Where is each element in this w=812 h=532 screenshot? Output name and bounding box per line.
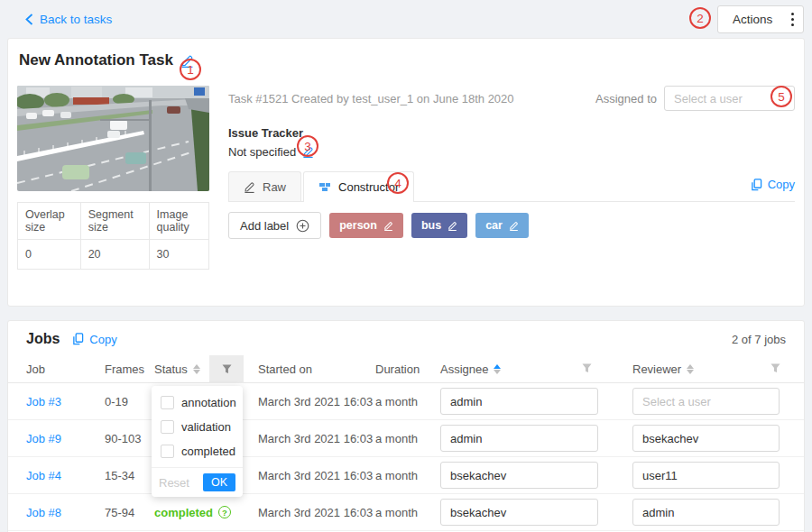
labels-copy-link[interactable]: Copy xyxy=(751,178,795,191)
checkbox-icon[interactable] xyxy=(161,420,174,434)
actions-button-label: Actions xyxy=(733,13,772,26)
copy-icon xyxy=(751,179,762,191)
status-sorter-icon[interactable] xyxy=(193,364,200,374)
label-tag-car[interactable]: car xyxy=(475,213,529,238)
col-duration: Duration xyxy=(375,362,420,376)
col-started: Started on xyxy=(258,362,312,376)
kebab-menu-icon xyxy=(791,13,794,26)
job-reviewer-input[interactable] xyxy=(632,425,780,452)
chevron-left-icon xyxy=(25,14,33,25)
assignee-sorter-icon[interactable] xyxy=(494,364,501,374)
jobs-table-header: Job Frames Status Started on Duration As… xyxy=(8,355,804,383)
job-reviewer-input[interactable] xyxy=(632,462,780,489)
plus-circle-icon xyxy=(296,219,309,233)
label-tag-bus[interactable]: bus xyxy=(411,213,467,238)
job-row-8: Job #8 75-94 completed ? March 3rd 2021 … xyxy=(8,494,804,531)
col-frames: Frames xyxy=(105,362,144,376)
reviewer-filter-icon[interactable] xyxy=(770,362,780,376)
filter-option-label: completed xyxy=(181,445,235,458)
job-frames: 0-19 xyxy=(105,395,154,408)
job-link[interactable]: Job #3 xyxy=(26,395,61,408)
status-filter-dropdown: annotation validation completed Reset OK xyxy=(152,386,243,497)
param-value-segment: 20 xyxy=(80,240,149,270)
filter-option-completed[interactable]: completed xyxy=(152,439,243,463)
param-header-overlap: Overlap size xyxy=(18,203,81,240)
label-tag-bus-name: bus xyxy=(421,219,441,232)
job-frames: 75-94 xyxy=(105,506,154,519)
job-status: completed xyxy=(154,506,213,519)
task-meta-text: Task #1521 Created by test_user_1 on Jun… xyxy=(228,92,514,105)
job-row-3: Job #3 0-19 March 3rd 2021 16:03 a month xyxy=(8,383,804,420)
job-frames: 15-34 xyxy=(105,469,154,482)
edit-label-icon xyxy=(448,221,457,231)
filter-ok-button[interactable]: OK xyxy=(203,473,235,491)
jobs-title: Jobs xyxy=(26,331,60,347)
filter-option-validation[interactable]: validation xyxy=(152,415,243,439)
status-filter-icon[interactable] xyxy=(209,355,244,383)
job-duration: a month xyxy=(375,469,440,482)
job-assignee-input[interactable] xyxy=(440,499,598,526)
label-tag-person[interactable]: person xyxy=(329,213,403,238)
job-started: March 3rd 2021 16:03 xyxy=(258,506,375,519)
job-row-9: Job #9 90-103 March 3rd 2021 16:03 a mon… xyxy=(8,420,804,457)
job-assignee-input[interactable] xyxy=(440,388,598,415)
col-status[interactable]: Status xyxy=(154,362,188,376)
assignee-filter-icon[interactable] xyxy=(582,362,592,376)
col-reviewer[interactable]: Reviewer xyxy=(632,362,681,376)
jobs-copy-label: Copy xyxy=(89,333,116,346)
job-started: March 3rd 2021 16:03 xyxy=(258,469,375,482)
annotation-badge-5: 5 xyxy=(770,86,792,107)
jobs-copy-link[interactable]: Copy xyxy=(72,333,116,346)
task-preview-image xyxy=(17,86,209,191)
label-tag-car-name: car xyxy=(485,219,503,232)
tab-raw-label: Raw xyxy=(263,180,286,194)
issue-tracker-value: Not specified xyxy=(228,145,296,159)
back-to-tasks-link[interactable]: Back to tasks xyxy=(25,13,112,26)
job-started: March 3rd 2021 16:03 xyxy=(258,395,375,408)
param-value-overlap: 0 xyxy=(18,240,81,270)
job-link[interactable]: Job #9 xyxy=(26,432,61,445)
job-link[interactable]: Job #4 xyxy=(26,469,61,482)
param-value-quality: 30 xyxy=(149,240,208,270)
jobs-card: Jobs Copy 2 of 7 jobs Job Frames Status … xyxy=(7,320,805,532)
add-label-button[interactable]: Add label xyxy=(228,212,321,239)
filter-option-label: validation xyxy=(181,420,231,434)
annotation-badge-2: 2 xyxy=(689,7,711,29)
task-details-card: New Annotation Task xyxy=(7,38,805,307)
annotation-badge-4: 4 xyxy=(387,172,409,194)
back-link-label: Back to tasks xyxy=(40,13,112,26)
job-assignee-input[interactable] xyxy=(440,462,598,489)
job-link[interactable]: Job #8 xyxy=(26,506,61,519)
assigned-to-label: Assigned to xyxy=(595,92,657,105)
job-duration: a month xyxy=(375,506,440,519)
col-job: Job xyxy=(26,362,45,376)
param-header-quality: Image quality xyxy=(149,203,208,240)
job-reviewer-input[interactable] xyxy=(632,499,780,526)
tab-raw[interactable]: Raw xyxy=(228,171,301,201)
job-frames: 90-103 xyxy=(105,432,154,445)
checkbox-icon[interactable] xyxy=(161,396,174,409)
add-label-label: Add label xyxy=(240,219,289,233)
actions-button[interactable]: Actions xyxy=(717,5,804,33)
label-tag-person-name: person xyxy=(339,219,377,232)
filter-option-annotation[interactable]: annotation xyxy=(152,390,243,415)
task-parameters-table: Overlap size Segment size Image quality … xyxy=(17,202,209,270)
filter-reset-button[interactable]: Reset xyxy=(159,476,189,490)
checkbox-icon[interactable] xyxy=(161,445,174,458)
question-circle-icon[interactable]: ? xyxy=(218,506,231,518)
job-reviewer-input[interactable] xyxy=(632,388,780,415)
job-duration: a month xyxy=(375,395,440,408)
task-title: New Annotation Task xyxy=(19,51,173,69)
job-assignee-input[interactable] xyxy=(440,425,598,452)
copy-icon xyxy=(72,333,84,345)
labels-copy-label: Copy xyxy=(768,178,795,191)
job-duration: a month xyxy=(375,432,440,445)
annotation-badge-3: 3 xyxy=(297,135,318,157)
col-assignee[interactable]: Assignee xyxy=(440,362,488,376)
pencil-icon xyxy=(244,181,255,193)
job-started: March 3rd 2021 16:03 xyxy=(258,432,375,445)
reviewer-sorter-icon[interactable] xyxy=(687,364,694,374)
annotation-badge-1: 1 xyxy=(180,59,201,80)
filter-option-label: annotation xyxy=(181,396,236,409)
param-header-segment: Segment size xyxy=(80,203,149,240)
